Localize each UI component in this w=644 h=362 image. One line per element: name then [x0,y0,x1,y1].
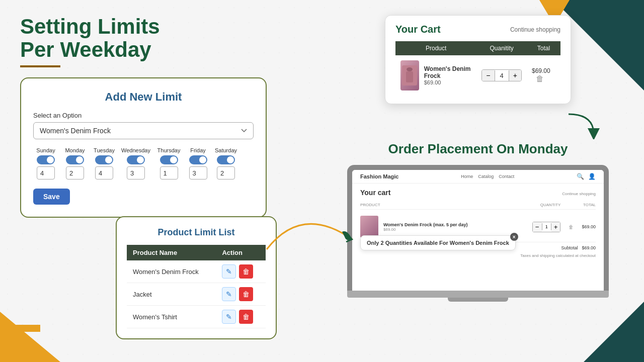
right-arrow-svg [564,109,604,139]
main-content: Setting Limits Per Weekday Add New Limit… [0,0,644,362]
left-section: Setting Limits Per Weekday Add New Limit… [20,15,312,218]
search-icon[interactable]: 🔍 [577,173,584,180]
thursday-input[interactable] [160,166,178,179]
right-section: Your Cart Continue shopping Product Quan… [312,15,624,302]
days-labels-row: Sunday Monday Tuesday Wednesday [33,147,254,179]
title-underline [20,65,60,67]
add-limit-card: Add New Limit Select an Option Women's D… [20,77,267,218]
laptop-cart-header: Your cart Continue shopping [360,189,596,199]
day-wednesday: Wednesday [121,147,151,179]
thursday-toggle[interactable] [160,155,178,164]
nav-catalog[interactable]: Catalog [478,174,494,179]
laptop-product-image [360,216,378,238]
laptop-qty-increase[interactable]: + [551,222,560,232]
edit-button-2[interactable]: ✎ [222,287,236,301]
day-thursday: Thursday [155,147,183,179]
laptop-item-price: $69.00 [582,224,596,229]
laptop-continue-shopping[interactable]: Continue shopping [562,192,596,196]
day-monday: Monday [62,147,88,179]
wednesday-input[interactable] [127,166,145,179]
day-tuesday: Tuesday [92,147,117,179]
cart-qty-cell: − 4 + [476,55,527,96]
product-image [400,60,419,90]
action-buttons: ✎ 🗑 [222,310,260,324]
saturday-input[interactable] [217,166,235,179]
action-cell: ✎ 🗑 [216,306,266,328]
cart-product-name: Women's Denim Frock [424,65,472,79]
cart-col-product: Product [395,41,476,55]
laptop-cart-columns: PRODUCT QUANTITY TOTAL [360,203,596,210]
cart-total-value: $69.00 [532,67,550,74]
tuesday-input[interactable] [95,166,113,179]
day-sunday: Sunday [33,147,58,179]
qty-value: 4 [495,70,509,81]
qty-increase-button[interactable]: + [509,70,521,81]
laptop-shipping-note: Taxes and shipping calculated at checkou… [360,253,596,258]
friday-input[interactable] [189,166,207,179]
subtotal-value: $69.00 [582,245,596,250]
wednesday-toggle[interactable] [127,155,145,164]
product-limit-card: Product Limit List Product Name Action W… [116,216,277,339]
qty-decrease-button[interactable]: − [482,70,494,81]
subtotal-label: Subtotal [561,245,578,250]
laptop-qty-value: 1 [542,223,551,230]
user-icon[interactable]: 👤 [588,173,596,180]
action-buttons: ✎ 🗑 [222,264,260,279]
product-limit-title: Product Limit List [127,227,266,238]
nav-home[interactable]: Home [461,174,473,179]
sunday-toggle[interactable] [37,155,55,164]
laptop-navbar: Fashion Magic Home Catalog Contact 🔍 👤 [352,170,604,184]
tooltip-bubble: Only 2 Quantities Available For Women's … [360,235,516,250]
monday-input[interactable] [66,166,84,179]
edit-button-1[interactable]: ✎ [222,264,236,279]
svg-point-1 [407,67,413,71]
save-button[interactable]: Save [33,189,70,205]
laptop-trash-icon[interactable]: 🗑 [569,224,574,230]
monday-toggle[interactable] [66,155,84,164]
tuesday-toggle[interactable] [95,155,113,164]
cart-col-quantity: Quanitity [476,41,527,55]
order-placement-title: Order Placement On Monday [388,141,568,157]
delete-button-2[interactable]: 🗑 [239,287,253,301]
select-label: Select an Option [33,112,254,119]
cart-product-price: $69.00 [424,79,472,85]
laptop-foot [448,298,508,302]
cart-col-total: Total [527,41,560,55]
sunday-input[interactable] [37,166,55,179]
tooltip-text: Only 2 Quantities Available For Women's … [367,240,509,246]
add-limit-title: Add New Limit [33,90,254,104]
edit-button-3[interactable]: ✎ [222,310,236,324]
page-title: Setting Limits Per Weekday [20,15,312,61]
product-name-cell: Jacket [127,283,216,306]
saturday-toggle[interactable] [217,155,235,164]
laptop-mockup: Fashion Magic Home Catalog Contact 🔍 👤 [347,165,609,302]
product-name-price: Women's Denim Frock $69.00 [424,65,472,85]
laptop-brand: Fashion Magic [360,173,398,179]
laptop-product-name: Women's Denim Frock (max. 5 per day) [383,222,527,227]
laptop-outer: Fashion Magic Home Catalog Contact 🔍 👤 [347,165,609,291]
cart-header: Your Cart Continue shopping [395,24,560,35]
product-select[interactable]: Women's Denim Frock Jacket Women's Tshir… [33,122,254,139]
delete-button-1[interactable]: 🗑 [239,264,253,279]
continue-shopping-link[interactable]: Continue shopping [510,26,560,33]
cart-popup: Your Cart Continue shopping Product Quan… [385,15,571,104]
friday-toggle[interactable] [189,155,207,164]
delete-button-3[interactable]: 🗑 [239,310,253,324]
action-cell: ✎ 🗑 [216,260,266,283]
laptop-col-total: TOTAL [571,203,596,207]
cart-table: Product Quanitity Total [395,41,560,96]
laptop-nav-icons: 🔍 👤 [577,173,596,180]
nav-contact[interactable]: Contact [499,174,514,179]
cart-trash-icon[interactable]: 🗑 [536,74,544,83]
table-row: Women's Tshirt ✎ 🗑 [127,306,266,328]
day-friday: Friday [187,147,209,179]
action-buttons: ✎ 🗑 [222,287,260,301]
laptop-qty-decrease[interactable]: − [533,222,542,232]
day-saturday: Saturday [213,147,238,179]
laptop-col-quantity: QUANTITY [530,203,571,207]
laptop-product-info: Women's Denim Frock (max. 5 per day) $69… [383,222,527,232]
laptop-qty-control[interactable]: − 1 + [532,222,561,232]
arrow-decor [332,109,624,139]
tooltip-close-button[interactable]: × [510,233,518,241]
qty-control[interactable]: − 4 + [481,69,522,81]
